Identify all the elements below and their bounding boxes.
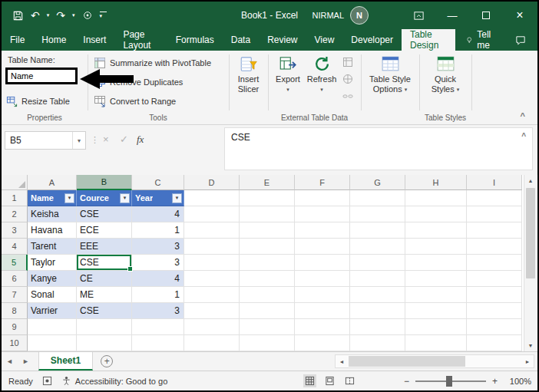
table-style-options-button[interactable]: Table Style Options▾ (363, 54, 417, 94)
vertical-scrollbar-thumb[interactable] (526, 188, 535, 278)
name-box[interactable]: B5 ▾ (5, 131, 86, 150)
maximize-button[interactable] (479, 8, 493, 22)
cell-G3[interactable] (350, 222, 405, 239)
new-sheet-button[interactable]: + (101, 352, 113, 371)
cancel-button[interactable]: × (103, 133, 109, 145)
cell-I4[interactable] (467, 239, 522, 255)
cell-F2[interactable] (295, 206, 350, 222)
redo-dropdown-icon[interactable]: ▾ (72, 12, 75, 18)
cell-B6[interactable]: CE (77, 271, 132, 287)
cell-I10[interactable] (467, 335, 522, 351)
cell-E2[interactable] (240, 206, 295, 222)
cell-I8[interactable] (467, 303, 522, 319)
cell-I9[interactable] (467, 319, 522, 335)
zoom-in-button[interactable]: + (492, 376, 498, 387)
row-header-5[interactable]: 5 (2, 255, 28, 271)
cell-H2[interactable] (405, 206, 467, 222)
tab-table-design[interactable]: Table Design (402, 29, 455, 51)
vertical-scrollbar[interactable]: ▲ ▼ (524, 175, 537, 351)
undo-dropdown-icon[interactable]: ▾ (47, 12, 50, 18)
cell-C1[interactable]: Year▼ (132, 190, 184, 206)
horizontal-scrollbar-thumb[interactable] (349, 356, 465, 367)
cell-A9[interactable] (28, 319, 77, 335)
cell-D7[interactable] (184, 287, 240, 303)
cell-A6[interactable]: Kanye (28, 271, 77, 287)
export-button[interactable]: Export ▾ (272, 54, 304, 94)
filter-button[interactable]: ▼ (172, 193, 182, 203)
cell-C10[interactable] (132, 335, 184, 351)
zoom-level[interactable]: 100% (505, 377, 531, 386)
ribbon-display-options-button[interactable] (412, 8, 425, 22)
cell-A8[interactable]: Varrier (28, 303, 77, 319)
scroll-down-button[interactable]: ▼ (524, 340, 537, 351)
cell-D9[interactable] (184, 319, 240, 335)
filter-button[interactable]: ▼ (64, 193, 74, 203)
row-header-8[interactable]: 8 (2, 303, 28, 319)
open-in-browser-icon[interactable] (342, 74, 353, 84)
collapse-ribbon-button[interactable]: ^ (521, 111, 525, 120)
page-break-preview-button[interactable] (343, 374, 356, 387)
cell-F5[interactable] (295, 255, 350, 271)
row-header-2[interactable]: 2 (2, 206, 28, 222)
horizontal-scrollbar[interactable]: ◄ ► (335, 354, 534, 368)
cell-A3[interactable]: Havana (28, 222, 77, 239)
cell-G8[interactable] (350, 303, 405, 319)
select-all-corner[interactable] (2, 175, 28, 190)
cell-E10[interactable] (240, 335, 295, 351)
table-name-input[interactable] (5, 68, 78, 84)
cell-F1[interactable] (295, 190, 350, 206)
cell-B7[interactable]: ME (77, 287, 132, 303)
cell-I7[interactable] (467, 287, 522, 303)
tab-view[interactable]: View (306, 29, 343, 51)
cell-D5[interactable] (184, 255, 240, 271)
cell-D1[interactable] (184, 190, 240, 206)
scroll-left-button[interactable]: ◄ (336, 355, 348, 367)
formula-input[interactable]: CSE ^ (224, 127, 533, 170)
cell-A7[interactable]: Sonal (28, 287, 77, 303)
enter-button[interactable]: ✓ (120, 133, 128, 145)
row-header-1[interactable]: 1 (2, 190, 28, 206)
table-properties-icon[interactable] (342, 57, 353, 68)
cell-C7[interactable]: 1 (132, 287, 184, 303)
column-header-D[interactable]: D (184, 175, 240, 190)
cell-B5[interactable]: CSE (77, 255, 132, 271)
sheet-tab-sheet1[interactable]: Sheet1 (38, 352, 93, 371)
summarize-with-pivottable-button[interactable]: Summarize with PivotTable (94, 55, 211, 71)
normal-view-button[interactable] (303, 374, 316, 387)
cell-I6[interactable] (467, 271, 522, 287)
cell-C3[interactable]: 1 (132, 222, 184, 239)
cell-G1[interactable] (350, 190, 405, 206)
cell-C6[interactable]: 4 (132, 271, 184, 287)
cell-H4[interactable] (405, 239, 467, 255)
cell-G10[interactable] (350, 335, 405, 351)
cell-D2[interactable] (184, 206, 240, 222)
row-header-4[interactable]: 4 (2, 239, 28, 255)
collapse-formula-bar-button[interactable]: ^ (521, 132, 526, 140)
cell-H10[interactable] (405, 335, 467, 351)
quick-styles-button[interactable]: Quick Styles▾ (422, 54, 469, 94)
cell-C2[interactable]: 4 (132, 206, 184, 222)
cell-A4[interactable]: Tarent (28, 239, 77, 255)
cell-A1[interactable]: Name▼ (28, 190, 77, 206)
tab-insert[interactable]: Insert (74, 29, 114, 51)
cell-I2[interactable] (467, 206, 522, 222)
cell-C9[interactable] (132, 319, 184, 335)
page-layout-view-button[interactable] (323, 374, 336, 387)
cell-F3[interactable] (295, 222, 350, 239)
tab-formulas[interactable]: Formulas (167, 29, 223, 51)
cell-D3[interactable] (184, 222, 240, 239)
cell-F4[interactable] (295, 239, 350, 255)
scroll-up-button[interactable]: ▲ (524, 175, 537, 186)
cell-G5[interactable] (350, 255, 405, 271)
column-header-I[interactable]: I (467, 175, 522, 190)
cell-B4[interactable]: EEE (77, 239, 132, 255)
macro-record-icon[interactable] (42, 376, 52, 386)
cell-H1[interactable] (405, 190, 467, 206)
column-header-H[interactable]: H (405, 175, 467, 190)
row-header-10[interactable]: 10 (2, 335, 28, 351)
tab-home[interactable]: Home (33, 29, 74, 51)
cell-H5[interactable] (405, 255, 467, 271)
cell-F6[interactable] (295, 271, 350, 287)
tab-developer[interactable]: Developer (342, 29, 402, 51)
zoom-slider-thumb[interactable] (446, 376, 452, 387)
